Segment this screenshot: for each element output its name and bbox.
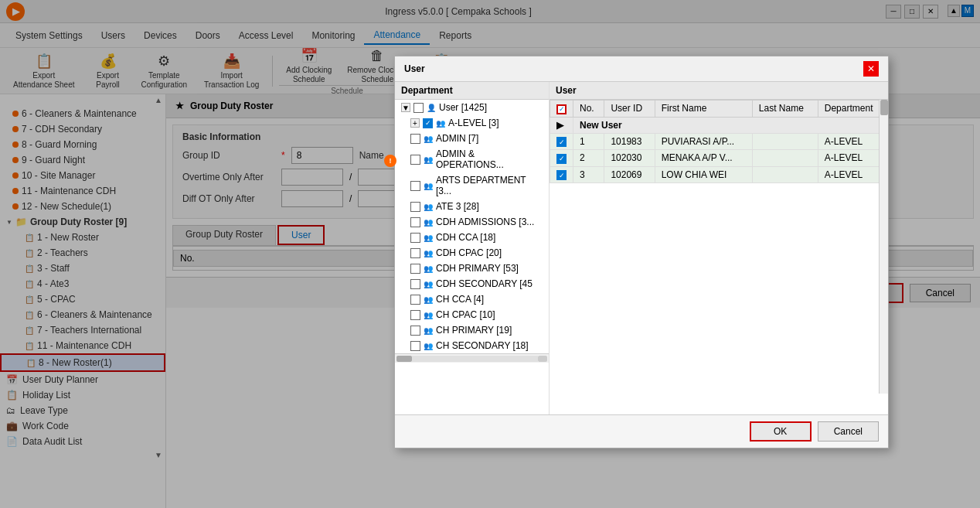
dept-chcca-label: CH CCA [4] (436, 294, 484, 305)
user-2-checkbox[interactable]: ✓ (550, 150, 573, 167)
dept-item-cdh-cpac[interactable]: 👥 CDH CPAC [20] (395, 245, 549, 261)
select-all-checkbox[interactable]: ✓ (556, 104, 567, 114)
dept-chsec-label: CH SECONDARY [18] (436, 340, 529, 351)
arts-checkbox[interactable] (410, 181, 420, 191)
dept-cdhcca-label: CDH CCA [18] (436, 232, 495, 243)
col-dept-header: Department (818, 101, 887, 118)
dept-cdhprim-label: CDH PRIMARY [53] (436, 263, 519, 274)
col-check-header: ✓ (550, 101, 573, 118)
user-3-id: 102069 (604, 166, 655, 183)
user-1-dept: A-LEVEL (818, 133, 887, 150)
dept-item-admin-ops[interactable]: 👥 ADMIN & OPERATIONS... (395, 146, 549, 172)
dept-item-cdh-cca[interactable]: 👥 CDH CCA [18] (395, 230, 549, 245)
dept-user-icon: 👥 (424, 311, 433, 319)
user-section-title: User (550, 82, 888, 100)
dept-user-icon: 👥 (424, 203, 433, 211)
dept-arts-label: ARTS DEPARTMENT [3... (436, 175, 543, 196)
dept-item-ch-secondary[interactable]: 👥 CH SECONDARY [18] (395, 338, 549, 353)
user-3-check[interactable]: ✓ (556, 170, 567, 180)
user-table-scroll: ✓ No. User ID First Name Last Name Depar… (550, 100, 888, 394)
user-2-no: 2 (573, 150, 604, 167)
user-row-3[interactable]: ✓ 3 102069 LOW CHIA WEI A-LEVEL (550, 166, 888, 183)
dept-user-icon: 👥 (424, 182, 433, 190)
ate3-checkbox[interactable] (410, 202, 420, 212)
dept-user-icon: 👥 (424, 326, 433, 335)
user-2-firstname: MENAKA A/P V... (655, 150, 752, 167)
user-row-1[interactable]: ✓ 1 101983 PUVIARASI A/P... A-LEVEL (550, 133, 888, 150)
dept-user-icon: 👥 (424, 280, 433, 288)
dept-tree-root[interactable]: ▼ 👤 User [1425] (395, 100, 549, 115)
dept-root-checkbox[interactable] (413, 103, 424, 113)
chsec-checkbox[interactable] (410, 341, 420, 351)
dept-cdhsec-label: CDH SECONDARY [45 (436, 278, 533, 289)
admin-checkbox[interactable] (410, 134, 420, 144)
dept-user-icon: 👥 (424, 295, 433, 304)
dept-scrollbar[interactable] (395, 353, 549, 363)
dept-user-icon: 👥 (424, 155, 433, 164)
cdhadm-checkbox[interactable] (410, 217, 420, 227)
tree-expand-alevel[interactable]: + (410, 118, 420, 128)
user-3-dept: A-LEVEL (818, 166, 887, 183)
cdhsec-checkbox[interactable] (410, 279, 420, 289)
dept-user-icon: 👥 (424, 249, 433, 257)
modal-indicator: ! (384, 155, 396, 167)
user-1-check[interactable]: ✓ (556, 137, 567, 147)
dept-item-arts[interactable]: 👥 ARTS DEPARTMENT [3... (395, 172, 549, 199)
dept-user-icon: 👥 (424, 342, 433, 350)
dept-adminops-label: ADMIN & OPERATIONS... (436, 148, 543, 170)
modal-close-button[interactable]: ✕ (863, 61, 879, 77)
col-lastname-header: Last Name (752, 101, 818, 118)
dept-item-cdh-secondary[interactable]: 👥 CDH SECONDARY [45 (395, 276, 549, 292)
dept-user-icon: 👥 (424, 264, 433, 273)
modal-title-text: User (404, 63, 425, 74)
modal-ok-button[interactable]: OK (750, 421, 812, 442)
department-panel: Department ▼ 👤 User [1425] + ✓ 👥 A-LEVEL… (395, 82, 550, 414)
chcpac-checkbox[interactable] (410, 310, 420, 320)
user-2-lastname (752, 150, 818, 167)
cdhprim-checkbox[interactable] (410, 264, 420, 274)
col-no-header: No. (573, 101, 604, 118)
dept-admin-label: ADMIN [7] (436, 133, 478, 144)
cdhcpac-checkbox[interactable] (410, 248, 420, 258)
adminops-checkbox[interactable] (410, 155, 420, 165)
user-row-2[interactable]: ✓ 2 102030 MENAKA A/P V... A-LEVEL (550, 150, 888, 167)
modal-footer: OK Cancel (395, 414, 888, 448)
user-1-checkbox[interactable]: ✓ (550, 133, 573, 150)
dept-item-ch-cca[interactable]: 👥 CH CCA [4] (395, 292, 549, 307)
dept-item-ate3[interactable]: 👥 ATE 3 [28] (395, 199, 549, 214)
user-1-id: 101983 (604, 133, 655, 150)
user-3-firstname: LOW CHIA WEI (655, 166, 752, 183)
tree-expand-icon[interactable]: ▼ (401, 103, 410, 112)
user-table-body: ▶ New User ✓ 1 101983 PUVIARASI A/P... (550, 117, 888, 183)
dept-item-cdh-admissions[interactable]: 👥 CDH ADMISSIONS [3... (395, 214, 549, 230)
user-icon: 👤 (427, 104, 436, 112)
chcca-checkbox[interactable] (410, 295, 420, 305)
user-2-check[interactable]: ✓ (556, 154, 567, 164)
dept-item-ch-cpac[interactable]: 👥 CH CPAC [10] (395, 307, 549, 322)
dept-user-icon: 👥 (436, 119, 445, 128)
alevel-checkbox[interactable]: ✓ (423, 118, 433, 128)
dept-root-label: User [1425] (439, 102, 487, 113)
dept-chprim-label: CH PRIMARY [19] (436, 325, 512, 336)
dept-item-alevel[interactable]: + ✓ 👥 A-LEVEL [3] (395, 115, 549, 131)
modal-cancel-button[interactable]: Cancel (818, 421, 879, 442)
dept-cdhcpac-label: CDH CPAC [20] (436, 247, 502, 258)
scrollbar-track (412, 356, 538, 362)
dept-item-admin[interactable]: 👥 ADMIN [7] (395, 131, 549, 146)
scrollbar-end (538, 356, 547, 362)
user-3-checkbox[interactable]: ✓ (550, 166, 573, 183)
dept-item-cdh-primary[interactable]: 👥 CDH PRIMARY [53] (395, 261, 549, 276)
modal-title-bar: User ✕ (395, 56, 888, 82)
dept-cdhadm-label: CDH ADMISSIONS [3... (436, 216, 534, 227)
modal-overlay: ! User ✕ Department ▼ 👤 User [1425] (0, 0, 980, 508)
user-scrollbar-thumb (880, 100, 888, 115)
chprim-checkbox[interactable] (410, 326, 420, 336)
new-user-label: New User (573, 117, 888, 133)
scrollbar-thumb (396, 356, 412, 362)
modal-body: Department ▼ 👤 User [1425] + ✓ 👥 A-LEVEL… (395, 82, 888, 414)
user-scrollbar[interactable] (879, 100, 888, 394)
dept-alevel-label: A-LEVEL [3] (448, 118, 499, 128)
cdhcca-checkbox[interactable] (410, 233, 420, 243)
dept-item-ch-primary[interactable]: 👥 CH PRIMARY [19] (395, 322, 549, 338)
user-data-table: ✓ No. User ID First Name Last Name Depar… (550, 100, 888, 183)
